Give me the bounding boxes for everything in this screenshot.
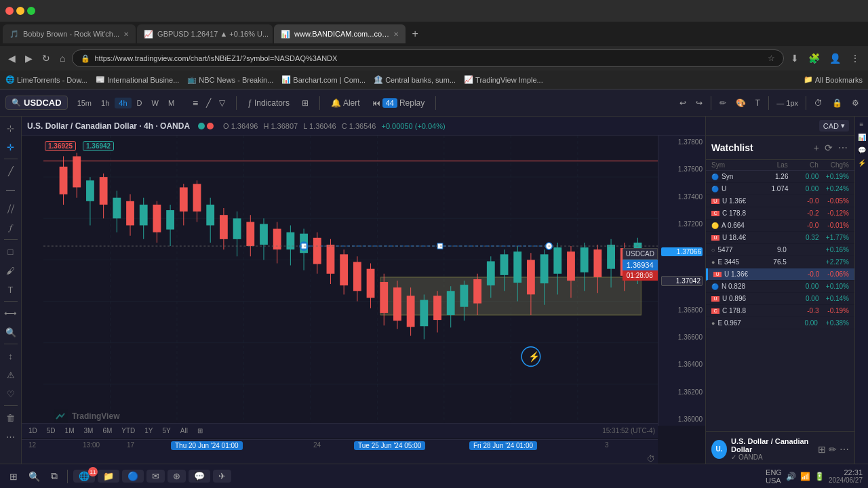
period-1m[interactable]: 1M — [61, 426, 79, 435]
watchlist-edit-button[interactable]: ✏ — [829, 444, 837, 455]
trend-line-tool[interactable]: ╱ — [2, 162, 20, 180]
period-5y[interactable]: 5Y — [159, 426, 175, 435]
watchlist-more-button[interactable]: ⋯ — [837, 141, 849, 155]
period-all[interactable]: All — [176, 426, 192, 435]
brush-tool[interactable]: 🖌 — [2, 262, 20, 279]
indicators-button[interactable]: ƒ Indicators — [244, 96, 293, 110]
home-button[interactable]: ⌂ — [57, 52, 68, 65]
maximize-btn[interactable] — [27, 7, 35, 15]
settings-draw[interactable]: ⋯ — [2, 428, 20, 445]
wl-item-2[interactable]: U U 1.36€ -0.0 -0.05% — [706, 195, 854, 207]
trash-tool[interactable]: 🗑 — [2, 409, 20, 426]
drawing-tools-button[interactable]: ✏ — [716, 96, 730, 110]
menu-button[interactable]: ⋮ — [848, 52, 863, 65]
tf-W[interactable]: W — [147, 98, 162, 108]
tab-close-youtube[interactable]: ✕ — [123, 30, 129, 38]
cursor-bottom[interactable]: ↕ — [2, 347, 20, 365]
extensions-button[interactable]: 🧩 — [806, 52, 823, 65]
tf-1h[interactable]: 1h — [97, 98, 113, 108]
wl-item-6[interactable]: ○ 5477 9.0 +0.16% — [706, 244, 854, 256]
fibonacci-tool[interactable]: 𝑓 — [2, 219, 20, 237]
wl-item-12[interactable]: ● E 0.967 0.00 +0.38% — [706, 317, 854, 329]
period-5d[interactable]: 5D — [43, 426, 60, 435]
account-button[interactable]: 👤 — [827, 52, 844, 65]
tab-youtube[interactable]: 🎵 Bobby Brown - Rock Wit'ch... ✕ — [3, 24, 136, 43]
bookmark-barchart[interactable]: 📊 Barchart.com | Com... — [281, 75, 366, 84]
tf-15m[interactable]: 15m — [73, 98, 96, 108]
zoom-tool[interactable]: 🔍 — [2, 323, 20, 341]
bookmark-all[interactable]: 📁 All Bookmarks — [804, 75, 863, 84]
period-1y[interactable]: 1Y — [140, 426, 157, 435]
crosshair-tool[interactable]: ✛ — [2, 138, 20, 156]
panel-btn-4[interactable]: ⚡ — [856, 158, 867, 168]
panel-btn-2[interactable]: 📊 — [856, 132, 867, 142]
taskbar-apps[interactable]: ⊛ — [167, 470, 186, 483]
cursor-tool[interactable]: ⊹ — [2, 119, 20, 137]
back-button[interactable]: ◀ — [5, 52, 18, 65]
bookmark-nbc[interactable]: 📺 NBC News - Breakin... — [187, 75, 273, 84]
settings-button[interactable]: ⚙ — [848, 96, 863, 110]
templates-button[interactable]: ⊞ — [298, 96, 312, 110]
replay-button[interactable]: ⏮ 44 Replay — [369, 96, 429, 110]
redo-button[interactable]: ↪ — [692, 96, 706, 110]
wl-item-1[interactable]: 🔵 U 1.074 0.00 +0.24% — [706, 183, 854, 195]
watchlist-grid-button[interactable]: ⊞ — [818, 444, 826, 455]
forward-button[interactable]: ▶ — [22, 52, 35, 65]
wl-item-7[interactable]: ● E 3445 76.5 +2.27% — [706, 256, 854, 268]
taskview-button[interactable]: ⧉ — [47, 469, 62, 483]
new-tab-button[interactable]: + — [407, 26, 423, 42]
url-bar[interactable]: 🔒 https://www.tradingview.com/chart/isNB… — [72, 49, 784, 67]
measure-tool[interactable]: ⟷ — [2, 304, 20, 322]
search-taskbar-button[interactable]: 🔍 — [24, 470, 44, 483]
horizontal-line-tool[interactable]: — — [2, 181, 20, 199]
tf-4h[interactable]: 4h — [115, 98, 131, 108]
tf-M[interactable]: M — [164, 98, 178, 108]
tab-gbpusd[interactable]: 📈 GBPUSD 1.26417 ▲ +0.16% U... ✕ — [137, 24, 273, 43]
bookmark-tvimple[interactable]: 📈 TradingView Imple... — [464, 75, 543, 84]
taskbar-chrome[interactable]: 🌐 11 — [73, 470, 95, 483]
bookmark-limetorrents[interactable]: 🌐 LimeTorrents - Dow... — [5, 75, 87, 84]
close-btn[interactable] — [5, 7, 14, 15]
period-6m[interactable]: 6M — [98, 426, 116, 435]
clock-button[interactable]: ⏱ — [811, 96, 826, 110]
wl-item-10[interactable]: U U 0.896 0.00 +0.14% — [706, 293, 854, 305]
bookmark-centralbanks[interactable]: 🏦 Central banks, sum... — [374, 75, 456, 84]
tf-D[interactable]: D — [133, 98, 146, 108]
paint-button[interactable]: 🎨 — [732, 96, 749, 110]
chart-type-candlestick[interactable]: ≡ — [189, 96, 201, 110]
watchlist-icon[interactable]: ♡ — [2, 385, 20, 403]
minimize-btn[interactable] — [16, 7, 24, 15]
compare-button[interactable]: ⊞ — [193, 426, 207, 435]
panel-btn-1[interactable]: ≡ — [859, 119, 865, 129]
bookmark-intlbusiness[interactable]: 📰 International Busine... — [96, 75, 179, 84]
taskbar-mail[interactable]: ✉ — [146, 470, 165, 483]
period-ytd[interactable]: YTD — [117, 426, 139, 435]
refresh-button[interactable]: ↻ — [39, 52, 53, 65]
start-button[interactable]: ⊞ — [5, 470, 22, 483]
text-button[interactable]: T — [752, 96, 764, 110]
tab-tradingview[interactable]: 📊 www.BANDICAM.com...conomic Calendar - … — [274, 24, 406, 43]
lock-button[interactable]: 🔒 — [829, 96, 846, 110]
text-tool[interactable]: T — [2, 281, 20, 298]
wl-item-11[interactable]: C C 178.8 -0.3 -0.19% — [706, 305, 854, 317]
rectangle-tool[interactable]: □ — [2, 243, 20, 260]
period-1d[interactable]: 1D — [24, 426, 41, 435]
channel-tool[interactable]: ⧸⧸ — [2, 200, 20, 218]
wl-item-3[interactable]: C C 178.8 -0.2 -0.12% — [706, 207, 854, 220]
alert-drawing[interactable]: ⚠ — [2, 366, 20, 384]
taskbar-explorer[interactable]: 📁 — [98, 470, 119, 483]
taskbar-telegram[interactable]: ✈ — [213, 470, 231, 483]
watchlist-detail-more[interactable]: ⋯ — [840, 444, 849, 455]
alert-button[interactable]: 🔔 Alert — [328, 96, 363, 110]
tab-close-tv[interactable]: ✕ — [393, 30, 399, 38]
watchlist-add-button[interactable]: + — [812, 141, 821, 155]
watchlist-sync-button[interactable]: ⟳ — [823, 141, 834, 155]
period-3m[interactable]: 3M — [80, 426, 98, 435]
chart-type-area[interactable]: ▽ — [216, 96, 229, 110]
symbol-selector[interactable]: 🔍 USDCAD — [5, 96, 68, 110]
taskbar-discord[interactable]: 💬 — [189, 470, 210, 483]
chart-type-line[interactable]: ╱ — [203, 96, 214, 110]
download-icon[interactable]: ⬇ — [788, 52, 802, 65]
panel-btn-3[interactable]: 💬 — [856, 145, 867, 155]
currency-dropdown[interactable]: CAD ▾ — [819, 120, 849, 131]
